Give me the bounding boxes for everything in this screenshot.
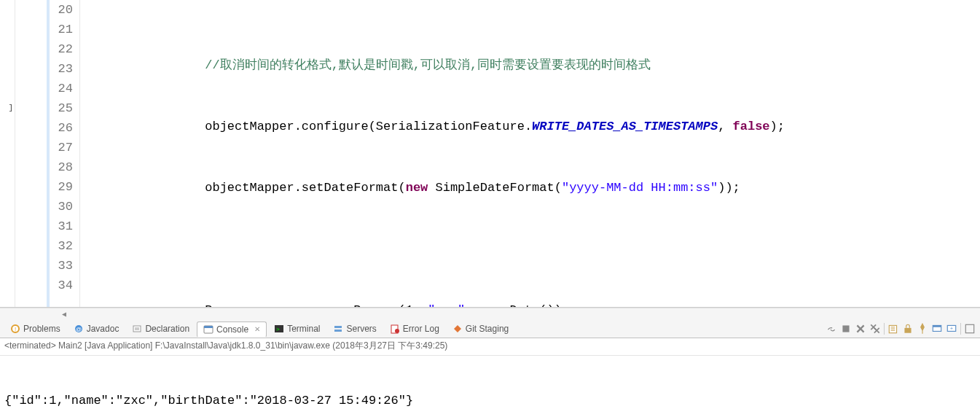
- code-editor[interactable]: ] 202122232425262728293031323334 //取消时间的…: [0, 0, 980, 308]
- git-icon: [452, 324, 463, 334]
- tab-label: Git Staging: [466, 324, 509, 334]
- horizontal-scrollbar[interactable]: ◀: [0, 308, 980, 319]
- line-number[interactable]: 26: [50, 118, 73, 138]
- code-line[interactable]: objectMapper.configure(SerializationFeat…: [80, 117, 980, 136]
- console-toolbar: +: [826, 323, 980, 335]
- tab-label: Javadoc: [87, 324, 119, 334]
- pin-icon[interactable]: [917, 323, 928, 335]
- tab-terminal[interactable]: > Terminal: [268, 321, 326, 336]
- svg-rect-22: [965, 324, 973, 332]
- code-line[interactable]: //取消时间的转化格式,默认是时间戳,可以取消,同时需要设置要表现的时间格式: [80, 55, 980, 75]
- console-process-label: <terminated> Main2 [Java Application] F:…: [0, 338, 980, 356]
- remove-icon[interactable]: [855, 323, 866, 335]
- console-line: {"id":1,"name":"zxc","birthDate":"2018-0…: [4, 392, 976, 410]
- svg-rect-11: [334, 326, 342, 328]
- tab-servers[interactable]: Servers: [327, 321, 382, 336]
- tab-javadoc[interactable]: @ Javadoc: [68, 321, 125, 336]
- svg-rect-19: [933, 325, 941, 327]
- line-number[interactable]: 33: [50, 256, 73, 276]
- line-number-gutter[interactable]: 202122232425262728293031323334: [50, 0, 80, 307]
- svg-rect-12: [334, 330, 342, 332]
- clear-icon[interactable]: [887, 323, 899, 335]
- line-number[interactable]: 27: [50, 138, 73, 157]
- svg-rect-17: [904, 327, 911, 332]
- remove-all-icon[interactable]: [869, 323, 881, 335]
- string: "zxc": [428, 303, 465, 307]
- line-number[interactable]: 30: [50, 197, 73, 217]
- line-number[interactable]: 31: [50, 217, 73, 236]
- line-number[interactable]: 22: [50, 39, 73, 59]
- tab-label: Error Log: [403, 324, 439, 334]
- problems-icon: !: [10, 324, 20, 334]
- tab-problems[interactable]: ! Problems: [4, 321, 66, 336]
- tab-console[interactable]: Console ✕: [197, 321, 267, 338]
- string: "yyyy-MM-dd HH:mm:ss": [562, 181, 718, 195]
- static-field: WRITE_DATES_AS_TIMESTAMPS: [532, 120, 718, 133]
- line-number[interactable]: 32: [50, 236, 73, 256]
- svg-text:@: @: [76, 326, 82, 332]
- errorlog-icon: [390, 324, 400, 334]
- javadoc-icon: @: [74, 324, 84, 334]
- code-line[interactable]: objectMapper.setDateFormat(new SimpleDat…: [80, 178, 980, 198]
- line-number[interactable]: 20: [50, 0, 73, 20]
- line-number[interactable]: 34: [50, 276, 73, 295]
- comment: //取消时间的转化格式,默认是时间戳,可以取消,同时需要设置要表现的时间格式: [205, 58, 651, 72]
- svg-text:!: !: [15, 326, 16, 332]
- link-icon[interactable]: [826, 323, 837, 335]
- tab-label: Problems: [23, 324, 60, 334]
- svg-point-14: [395, 329, 399, 333]
- tab-label: Declaration: [145, 324, 189, 334]
- keyword: new: [324, 303, 346, 307]
- keyword: new: [480, 303, 503, 307]
- svg-text:>: >: [276, 326, 280, 332]
- close-icon[interactable]: ✕: [254, 325, 260, 333]
- svg-rect-4: [133, 326, 141, 332]
- code-line[interactable]: Person person = new Person(1, "zxc", new…: [80, 300, 980, 307]
- line-number[interactable]: 25: [50, 98, 73, 118]
- keyword: new: [406, 181, 428, 195]
- line-number[interactable]: 24: [50, 79, 73, 98]
- line-number[interactable]: 28: [50, 157, 73, 177]
- stop-icon[interactable]: [840, 323, 852, 335]
- tab-label: Console: [216, 324, 248, 335]
- code-area[interactable]: //取消时间的转化格式,默认是时间戳,可以取消,同时需要设置要表现的时间格式 o…: [80, 0, 980, 307]
- tab-gitstaging[interactable]: Git Staging: [447, 321, 514, 336]
- svg-rect-15: [842, 325, 849, 332]
- line-number[interactable]: 23: [50, 59, 73, 79]
- scroll-left-arrow[interactable]: ◀: [58, 308, 70, 320]
- keyword: false: [733, 120, 770, 133]
- tab-label: Servers: [346, 324, 376, 334]
- line-number[interactable]: 21: [50, 20, 73, 39]
- console-icon: [203, 324, 213, 335]
- svg-text:+: +: [950, 326, 953, 331]
- declaration-icon: [132, 324, 142, 334]
- minimize-icon[interactable]: [964, 323, 976, 335]
- servers-icon: [333, 324, 343, 334]
- terminal-icon: >: [274, 324, 284, 334]
- folding-ruler[interactable]: [15, 0, 50, 307]
- left-margin-marker: ]: [0, 98, 15, 118]
- views-tab-bar: ! Problems @ Javadoc Declaration Console…: [0, 319, 980, 338]
- tab-label: Terminal: [287, 324, 320, 334]
- console-output[interactable]: {"id":1,"name":"zxc","birthDate":"2018-0…: [0, 356, 980, 417]
- tab-declaration[interactable]: Declaration: [126, 321, 195, 336]
- left-margin: ]: [0, 0, 15, 307]
- tab-errorlog[interactable]: Error Log: [384, 321, 445, 336]
- open-console-icon[interactable]: +: [946, 323, 957, 335]
- display-icon[interactable]: [931, 323, 943, 335]
- code-line[interactable]: [80, 239, 980, 259]
- line-number[interactable]: 29: [50, 177, 73, 197]
- svg-rect-8: [204, 326, 213, 328]
- scroll-lock-icon[interactable]: [902, 323, 914, 335]
